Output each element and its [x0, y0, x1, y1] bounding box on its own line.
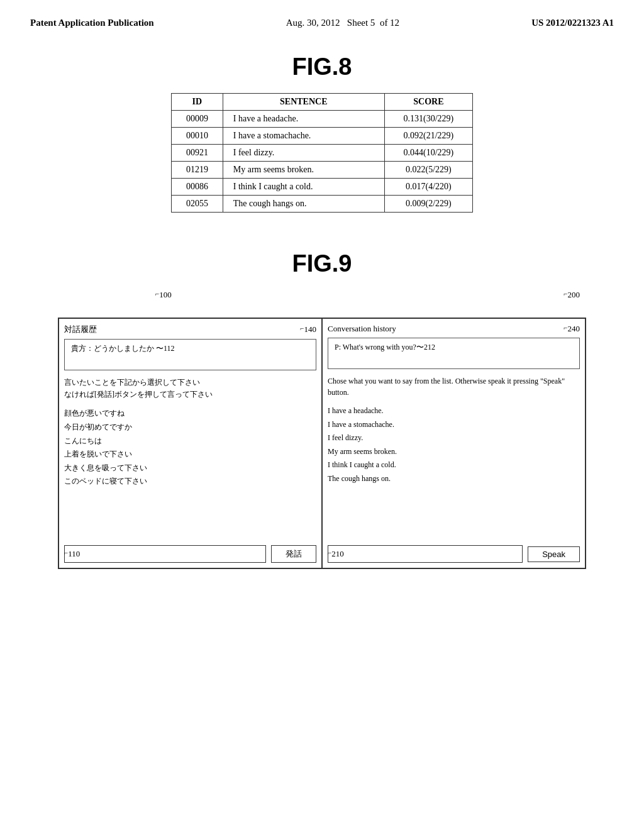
cell-sentence: My arm seems broken. — [223, 162, 384, 179]
cell-id: 00010 — [172, 128, 223, 145]
page-content: FIG.8 ID SENTENCE SCORE 00009I have a he… — [0, 28, 644, 594]
col-score: SCORE — [384, 94, 472, 111]
cell-score: 0.092(21/229) — [384, 128, 472, 145]
cell-sentence: I feel dizzy. — [223, 145, 384, 162]
fig9-diagram: ⌐100 ⌐200 対話履歴 ⌐140 貴方：どうかしましたか 〜112 言いた… — [58, 290, 586, 569]
col-sentence: SENTENCE — [223, 94, 384, 111]
left-panel-header: 対話履歴 ⌐140 — [64, 324, 316, 335]
left-panel-footer: ⌐110 発話 — [64, 545, 316, 563]
left-speak-button[interactable]: 発話 — [271, 545, 316, 563]
list-item[interactable]: I have a stomachache. — [328, 418, 580, 432]
list-item[interactable]: 顔色が悪いですね — [64, 407, 316, 421]
cell-id: 00921 — [172, 145, 223, 162]
col-id: ID — [172, 94, 223, 111]
list-item[interactable]: このベッドに寝て下さい — [64, 475, 316, 489]
table-row: 00009I have a headache.0.131(30/229) — [172, 111, 473, 128]
list-item[interactable]: My arm seems broken. — [328, 445, 580, 459]
cell-sentence: I have a headache. — [223, 111, 384, 128]
cell-score: 0.044(10/229) — [384, 145, 472, 162]
list-item[interactable]: 上着を脱いで下さい — [64, 448, 316, 462]
header-right: US 2012/0221323 A1 — [531, 18, 614, 28]
fig9-left-panel: 対話履歴 ⌐140 貴方：どうかしましたか 〜112 言いたいことを下記から選択… — [59, 319, 323, 568]
right-footer-label: ⌐210 — [328, 549, 344, 559]
list-item[interactable]: I feel dizzy. — [328, 431, 580, 445]
right-selection-list: I have a headache.I have a stomachache.I… — [328, 404, 580, 540]
cell-score: 0.017(4/220) — [384, 179, 472, 196]
cell-id: 00086 — [172, 179, 223, 196]
cell-sentence: I have a stomachache. — [223, 128, 384, 145]
right-panel-label: ⌐240 — [564, 324, 580, 334]
fig8-table: ID SENTENCE SCORE 00009I have a headache… — [171, 93, 473, 213]
table-row: 02055The cough hangs on.0.009(2/229) — [172, 196, 473, 213]
fig8-title: FIG.8 — [50, 53, 594, 80]
header-of: of 12 — [380, 18, 399, 28]
right-bubble-text: P: What's wrong with you?〜212 — [335, 343, 435, 351]
right-speak-button[interactable]: Speak — [528, 546, 580, 562]
fig9-container: ⌐100 ⌐200 対話履歴 ⌐140 貴方：どうかしましたか 〜112 言いた… — [50, 290, 594, 569]
table-row: 00086I think I caught a cold.0.017(4/220… — [172, 179, 473, 196]
left-panel-label: ⌐140 — [300, 324, 316, 335]
left-bubble-text: 貴方：どうかしましたか 〜112 — [71, 344, 175, 353]
header-left: Patent Application Publication — [30, 18, 154, 28]
left-footer-label: ⌐110 — [64, 549, 80, 559]
header-sheet: Sheet 5 — [347, 18, 375, 28]
table-row: 01219My arm seems broken.0.022(5/229) — [172, 162, 473, 179]
cell-id: 01219 — [172, 162, 223, 179]
cell-sentence: The cough hangs on. — [223, 196, 384, 213]
table-row: 00921I feel dizzy.0.044(10/229) — [172, 145, 473, 162]
fig9-title: FIG.9 — [50, 250, 594, 277]
table-row: 00010I have a stomachache.0.092(21/229) — [172, 128, 473, 145]
cell-sentence: I think I caught a cold. — [223, 179, 384, 196]
list-item[interactable]: I think I caught a cold. — [328, 458, 580, 472]
right-panel-title: Conversation history — [328, 324, 396, 334]
cell-score: 0.131(30/229) — [384, 111, 472, 128]
header-center: Aug. 30, 2012 Sheet 5 of 12 — [286, 18, 399, 28]
right-bubble: P: What's wrong with you?〜212 — [328, 338, 580, 369]
page-header: Patent Application Publication Aug. 30, … — [0, 0, 644, 28]
list-item[interactable]: 大きく息を吸って下さい — [64, 462, 316, 475]
list-item[interactable]: The cough hangs on. — [328, 472, 580, 486]
cell-score: 0.022(5/229) — [384, 162, 472, 179]
right-input-bar[interactable] — [328, 545, 523, 563]
fig9-main-box: 対話履歴 ⌐140 貴方：どうかしましたか 〜112 言いたいことを下記から選択… — [58, 318, 586, 569]
label-200: ⌐200 — [564, 290, 580, 300]
list-item[interactable]: こんにちは — [64, 434, 316, 448]
list-item[interactable]: 今日が初めてですか — [64, 421, 316, 434]
left-input-bar[interactable] — [64, 545, 266, 563]
left-selection-list: 顔色が悪いですね今日が初めてですかこんにちは上着を脱いで下さい大きく息を吸って下… — [64, 407, 316, 540]
right-panel-footer: ⌐210 Speak — [328, 545, 580, 563]
right-panel-header: Conversation history ⌐240 — [328, 324, 580, 334]
left-instruction: 言いたいことを下記から選択して下さい なければ[発話]ボタンを押して言って下さい — [64, 377, 316, 401]
left-panel-title: 対話履歴 — [64, 324, 97, 335]
cell-id: 02055 — [172, 196, 223, 213]
left-instruction-line1: 言いたいことを下記から選択して下さい — [64, 377, 316, 389]
cell-score: 0.009(2/229) — [384, 196, 472, 213]
list-item[interactable]: I have a headache. — [328, 404, 580, 418]
right-instruction: Chose what you want to say from the list… — [328, 375, 580, 398]
header-date: Aug. 30, 2012 — [286, 18, 340, 28]
left-bubble: 貴方：どうかしましたか 〜112 — [64, 339, 316, 370]
left-instruction-line2: なければ[発話]ボタンを押して言って下さい — [64, 389, 316, 401]
cell-id: 00009 — [172, 111, 223, 128]
fig9-right-panel: Conversation history ⌐240 P: What's wron… — [323, 319, 585, 568]
fig8-container: ID SENTENCE SCORE 00009I have a headache… — [50, 93, 594, 213]
label-100: ⌐100 — [155, 290, 172, 300]
